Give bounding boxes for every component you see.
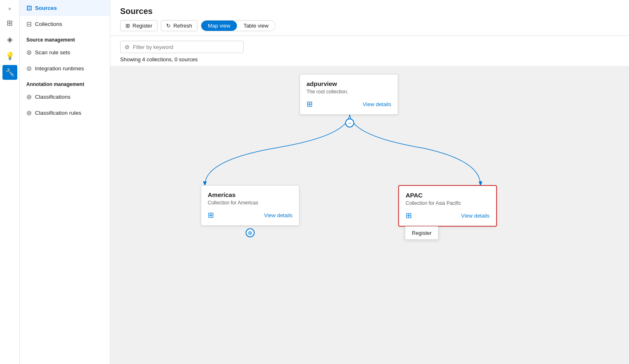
- register-icon: ⊞: [125, 23, 130, 29]
- main-header: Sources ⊞ Register ↻ Refresh Map view Ta…: [110, 0, 629, 36]
- page-title: Sources: [120, 7, 619, 16]
- classifications-icon: ⊛: [26, 93, 32, 101]
- sidebar-item-classifications[interactable]: ⊛ Classifications: [20, 89, 110, 105]
- apac-card-subtitle: Collection for Asia Pacific: [406, 200, 490, 206]
- apac-view-details-link[interactable]: View details: [461, 213, 490, 219]
- americas-collection-card: Americas Collection for Americas ⊞ View …: [201, 185, 299, 226]
- nav-icon-data[interactable]: ◈: [2, 32, 17, 47]
- filter-bar: ⊘: [110, 36, 629, 55]
- nav-icon-insights[interactable]: 💡: [2, 49, 17, 63]
- toolbar: ⊞ Register ↻ Refresh Map view Table view: [120, 20, 619, 31]
- sidebar-integration-runtimes-label: Integration runtimes: [35, 65, 84, 72]
- filter-icon: ⊘: [125, 44, 130, 50]
- sidebar-item-collections[interactable]: ⊟ Collections: [20, 16, 110, 32]
- map-area: adpurview The root collection. ⊞ View de…: [110, 66, 629, 364]
- sidebar-sources-label: Sources: [35, 5, 57, 11]
- apac-collection-card: APAC Collection for Asia Pacific ⊞ View …: [398, 185, 497, 227]
- sidebar-classification-rules-label: Classification rules: [35, 110, 81, 116]
- root-card-title: adpurview: [306, 80, 391, 87]
- sidebar-item-scan-rule-sets[interactable]: ⊛ Scan rule sets: [20, 44, 110, 60]
- refresh-icon: ↻: [166, 23, 171, 29]
- integration-runtimes-icon: ⊜: [26, 65, 32, 72]
- apac-card-footer: ⊞ View details: [406, 211, 490, 220]
- sidebar-scan-rule-sets-label: Scan rule sets: [35, 49, 70, 56]
- sources-icon: ⊡: [26, 4, 32, 12]
- source-management-header: Source management: [20, 32, 110, 44]
- root-grid-icon: ⊞: [306, 100, 313, 109]
- sidebar-collections-label: Collections: [35, 21, 62, 27]
- root-view-details-link[interactable]: View details: [363, 101, 391, 107]
- sidebar-classifications-label: Classifications: [35, 94, 70, 100]
- americas-card-footer: ⊞ View details: [208, 211, 292, 220]
- main-content: Sources ⊞ Register ↻ Refresh Map view Ta…: [110, 0, 629, 364]
- americas-view-details-link[interactable]: View details: [264, 212, 292, 218]
- sidebar-item-sources[interactable]: ⊡ Sources: [20, 0, 110, 16]
- icon-rail: » ⊞ ◈ 💡 🔧: [0, 0, 20, 364]
- view-toggle: Map view Table view: [201, 20, 276, 31]
- sidebar-item-classification-rules[interactable]: ⊛ Classification rules: [20, 105, 110, 121]
- root-collection-card: adpurview The root collection. ⊞ View de…: [299, 74, 398, 115]
- apac-card-title: APAC: [406, 192, 490, 199]
- expand-americas-button[interactable]: ⊕: [246, 228, 255, 237]
- filter-input-container[interactable]: ⊘: [120, 41, 244, 53]
- collections-icon: ⊟: [26, 20, 32, 28]
- scan-rule-sets-icon: ⊛: [26, 49, 32, 56]
- register-popup-label: Register: [412, 230, 432, 236]
- register-popup[interactable]: Register: [405, 226, 439, 240]
- apac-grid-icon: ⊞: [406, 211, 412, 220]
- register-button[interactable]: ⊞ Register: [120, 20, 158, 31]
- table-view-button[interactable]: Table view: [237, 21, 275, 31]
- sidebar: ⊡ Sources ⊟ Collections Source managemen…: [20, 0, 110, 364]
- americas-card-subtitle: Collection for Americas: [208, 200, 292, 206]
- americas-grid-icon: ⊞: [208, 211, 214, 220]
- map-view-button[interactable]: Map view: [201, 21, 237, 31]
- americas-card-title: Americas: [208, 191, 292, 198]
- root-card-footer: ⊞ View details: [306, 100, 391, 109]
- root-card-subtitle: The root collection.: [306, 89, 391, 95]
- filter-input[interactable]: [133, 44, 239, 50]
- expand-nav-icon[interactable]: »: [6, 3, 14, 14]
- nav-icon-management[interactable]: 🔧: [2, 65, 17, 80]
- collapse-button[interactable]: −: [345, 118, 354, 128]
- annotation-management-header: Annotation management: [20, 77, 110, 89]
- nav-icon-home[interactable]: ⊞: [2, 16, 17, 30]
- showing-text: Showing 4 collections, 0 sources: [110, 55, 629, 66]
- refresh-button[interactable]: ↻ Refresh: [161, 20, 197, 31]
- classification-rules-icon: ⊛: [26, 109, 32, 117]
- sidebar-item-integration-runtimes[interactable]: ⊜ Integration runtimes: [20, 60, 110, 77]
